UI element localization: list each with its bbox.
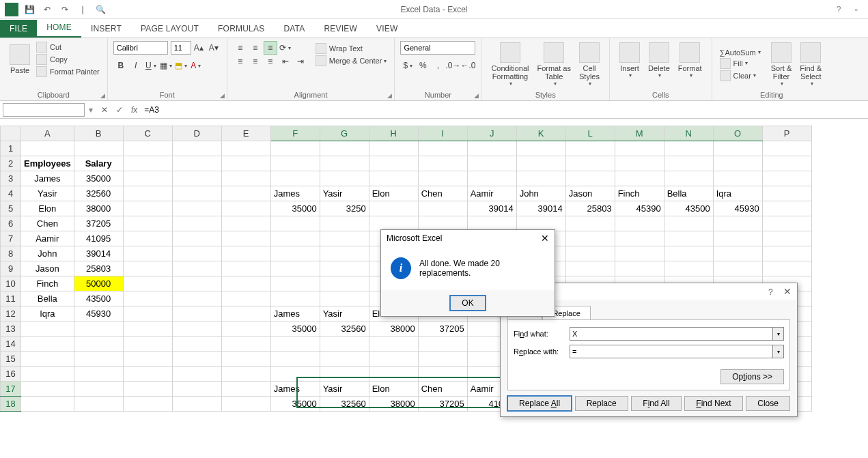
col-header-I[interactable]: I: [418, 126, 467, 141]
cell-H16[interactable]: [369, 367, 418, 382]
save-icon[interactable]: 💾: [22, 2, 37, 17]
cell-H4[interactable]: Elon: [369, 186, 418, 201]
find-what-input[interactable]: [570, 327, 773, 341]
align-top-icon[interactable]: ≡: [234, 41, 247, 55]
cell-B9[interactable]: 25803: [74, 261, 123, 276]
replace-with-input[interactable]: [570, 345, 773, 358]
cell-I5[interactable]: [418, 201, 467, 216]
fr-help-icon[interactable]: ?: [768, 287, 773, 297]
cell-G1[interactable]: [320, 141, 369, 156]
cell-E18[interactable]: [221, 397, 270, 412]
cell-F18[interactable]: 35000: [270, 397, 320, 412]
cell-I2[interactable]: [418, 156, 467, 171]
cell-M4[interactable]: Finch: [615, 186, 664, 201]
cell-F7[interactable]: [270, 231, 320, 246]
cell-D2[interactable]: [172, 156, 221, 171]
cell-F8[interactable]: [270, 246, 320, 261]
cell-P5[interactable]: [762, 201, 811, 216]
decrease-decimal-icon[interactable]: ←.0: [461, 59, 475, 72]
cell-M2[interactable]: [615, 156, 664, 171]
find-all-button[interactable]: Find All: [631, 396, 681, 411]
fill-button[interactable]: Fill: [718, 57, 763, 70]
number-launcher-icon[interactable]: ◢: [474, 92, 479, 99]
cell-N3[interactable]: [664, 171, 713, 186]
copy-button[interactable]: Copy: [34, 53, 102, 66]
cell-N1[interactable]: [664, 141, 713, 156]
format-painter-button[interactable]: Format Painter: [34, 66, 102, 78]
decrease-font-icon[interactable]: A▾: [207, 41, 221, 55]
cell-D18[interactable]: [172, 397, 221, 412]
preview-icon[interactable]: 🔍: [93, 2, 108, 17]
row-header-1[interactable]: 1: [1, 141, 21, 156]
col-header-M[interactable]: M: [615, 126, 664, 141]
cell-G9[interactable]: [320, 261, 369, 276]
cell-B11[interactable]: 43500: [74, 291, 123, 306]
cell-D8[interactable]: [172, 246, 221, 261]
cell-G10[interactable]: [320, 276, 369, 291]
cell-B7[interactable]: 41095: [74, 231, 123, 246]
cell-A1[interactable]: [21, 141, 74, 156]
cell-C2[interactable]: [123, 156, 172, 171]
row-header-16[interactable]: 16: [1, 367, 21, 382]
replace-button[interactable]: Replace: [575, 396, 628, 411]
cell-A4[interactable]: Yasir: [21, 186, 74, 201]
row-header-17[interactable]: 17: [1, 382, 21, 397]
cell-I16[interactable]: [418, 367, 467, 382]
cell-E13[interactable]: [221, 321, 270, 337]
increase-decimal-icon[interactable]: .0→: [446, 59, 460, 72]
cell-D4[interactable]: [172, 186, 221, 201]
cell-G18[interactable]: 32560: [320, 397, 369, 412]
cell-L9[interactable]: [565, 261, 615, 276]
cell-N6[interactable]: [664, 216, 713, 231]
cell-A3[interactable]: James: [21, 171, 74, 186]
namebox-dropdown-icon[interactable]: ▾: [85, 105, 97, 115]
cell-C4[interactable]: [123, 186, 172, 201]
align-right-icon[interactable]: ≡: [264, 55, 277, 68]
cell-A8[interactable]: John: [21, 246, 74, 261]
cell-M1[interactable]: [615, 141, 664, 156]
cell-E4[interactable]: [221, 186, 270, 201]
row-header-10[interactable]: 10: [1, 276, 21, 291]
cell-M5[interactable]: 45390: [615, 201, 664, 216]
cell-E2[interactable]: [221, 156, 270, 171]
cell-F11[interactable]: [270, 291, 320, 306]
cell-K5[interactable]: 39014: [516, 201, 565, 216]
undo-icon[interactable]: ↶: [40, 2, 55, 17]
cell-H13[interactable]: 38000: [369, 321, 418, 337]
cell-L7[interactable]: [565, 231, 615, 246]
cell-L3[interactable]: [565, 171, 615, 186]
comma-format-icon[interactable]: ,: [431, 59, 445, 72]
cell-E1[interactable]: [221, 141, 270, 156]
cell-G2[interactable]: [320, 156, 369, 171]
tab-formulas[interactable]: FORMULAS: [208, 20, 274, 38]
col-header-F[interactable]: F: [270, 126, 320, 141]
cut-button[interactable]: Cut: [34, 41, 102, 53]
tab-file[interactable]: FILE: [0, 20, 37, 38]
cell-F14[interactable]: [270, 337, 320, 352]
cell-P3[interactable]: [762, 171, 811, 186]
sort-filter-button[interactable]: Sort & Filter: [767, 41, 796, 88]
help-icon[interactable]: ?: [831, 2, 846, 17]
col-header-N[interactable]: N: [664, 126, 713, 141]
cell-D6[interactable]: [172, 216, 221, 231]
col-header-O[interactable]: O: [713, 126, 762, 141]
cell-F10[interactable]: [270, 276, 320, 291]
cell-N5[interactable]: 43500: [664, 201, 713, 216]
cell-C15[interactable]: [123, 352, 172, 367]
cell-J3[interactable]: [467, 171, 516, 186]
cell-C12[interactable]: [123, 306, 172, 321]
cell-A14[interactable]: [21, 337, 74, 352]
cell-E11[interactable]: [221, 291, 270, 306]
cell-K1[interactable]: [516, 141, 565, 156]
cell-G6[interactable]: [320, 216, 369, 231]
cell-B18[interactable]: [74, 397, 123, 412]
cell-O5[interactable]: 45930: [713, 201, 762, 216]
cell-D1[interactable]: [172, 141, 221, 156]
cell-K2[interactable]: [516, 156, 565, 171]
accounting-format-icon[interactable]: $: [401, 59, 415, 72]
cell-D11[interactable]: [172, 291, 221, 306]
cell-F3[interactable]: [270, 171, 320, 186]
cell-B6[interactable]: 37205: [74, 216, 123, 231]
cell-G7[interactable]: [320, 231, 369, 246]
cell-A17[interactable]: [21, 382, 74, 397]
